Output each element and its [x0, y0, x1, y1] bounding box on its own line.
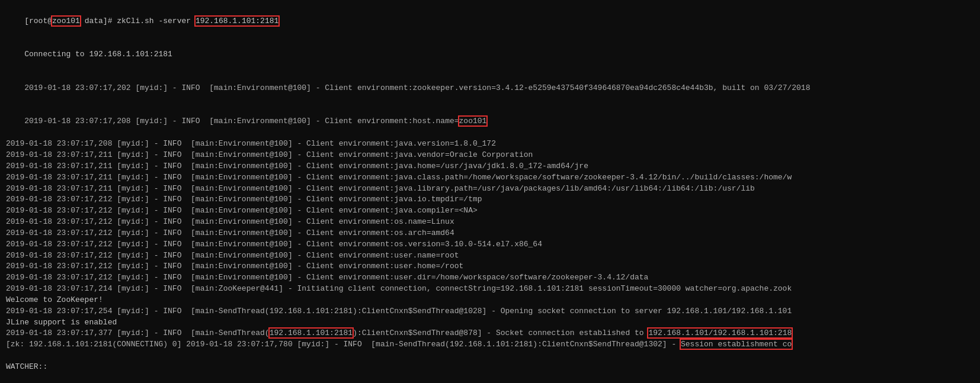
hostname-value-highlight: zoo101: [459, 117, 487, 125]
log-line-19: [zk: 192.168.1.101:2181(CONNECTING) 0] 2…: [6, 339, 974, 350]
log-line-13: 2019-01-18 23:07:17,212 [myid:] - INFO […: [6, 250, 974, 262]
empty-line-2: [6, 373, 974, 383]
prompt-suffix: data]# zkCli.sh -server: [80, 17, 196, 25]
log-line-2: 2019-01-18 23:07:17,208 [myid:] - INFO […: [6, 105, 974, 139]
log-line-8: 2019-01-18 23:07:17,212 [myid:] - INFO […: [6, 194, 974, 205]
hostname-highlight: zoo101: [52, 17, 80, 25]
send-thread-address-highlight: 192.168.1.101:2181: [270, 329, 353, 337]
log-line-5: 2019-01-18 23:07:17,211 [myid:] - INFO […: [6, 161, 974, 172]
log-line-15: 2019-01-18 23:07:17,212 [myid:] - INFO […: [6, 272, 974, 284]
socket-dest-highlight: 192.168.1.101/192.168.1.101:218: [648, 329, 792, 337]
log-line-7: 2019-01-18 23:07:17,211 [myid:] - INFO […: [6, 184, 974, 195]
prompt-prefix: [root@: [24, 17, 52, 25]
log-line-10: 2019-01-18 23:07:17,212 [myid:] - INFO […: [6, 217, 974, 228]
prompt-line: [root@zoo101 data]# zkCli.sh -server 192…: [6, 5, 974, 38]
terminal-window: [root@zoo101 data]# zkCli.sh -server 192…: [6, 5, 974, 383]
log-line-18: 2019-01-18 23:07:17,377 [myid:] - INFO […: [6, 328, 974, 339]
jline-line: JLine support is enabled: [6, 317, 974, 329]
log-line-16: 2019-01-18 23:07:17,214 [myid:] - INFO […: [6, 284, 974, 295]
watcher-line: WATCHER::: [6, 362, 974, 373]
empty-line-1: [6, 350, 974, 362]
log-line-3: 2019-01-18 23:07:17,208 [myid:] - INFO […: [6, 139, 974, 150]
log-line-12: 2019-01-18 23:07:17,212 [myid:] - INFO […: [6, 239, 974, 250]
log-line-1: 2019-01-18 23:07:17,202 [myid:] - INFO […: [6, 72, 974, 105]
log-line-17: 2019-01-18 23:07:17,254 [myid:] - INFO […: [6, 306, 974, 317]
log-line-4: 2019-01-18 23:07:17,211 [myid:] - INFO […: [6, 150, 974, 161]
welcome-line: Welcome to ZooKeeper!: [6, 295, 974, 306]
session-establishment-highlight: Session establishment co: [681, 340, 792, 349]
log-line-9: 2019-01-18 23:07:17,212 [myid:] - INFO […: [6, 205, 974, 217]
server-address-highlight: 192.168.1.101:2181: [196, 17, 278, 25]
connecting-line: Connecting to 192.168.1.101:2181: [6, 38, 974, 72]
log-line-11: 2019-01-18 23:07:17,212 [myid:] - INFO […: [6, 228, 974, 239]
log-line-14: 2019-01-18 23:07:17,212 [myid:] - INFO […: [6, 261, 974, 272]
log-line-6: 2019-01-18 23:07:17,211 [myid:] - INFO […: [6, 172, 974, 184]
